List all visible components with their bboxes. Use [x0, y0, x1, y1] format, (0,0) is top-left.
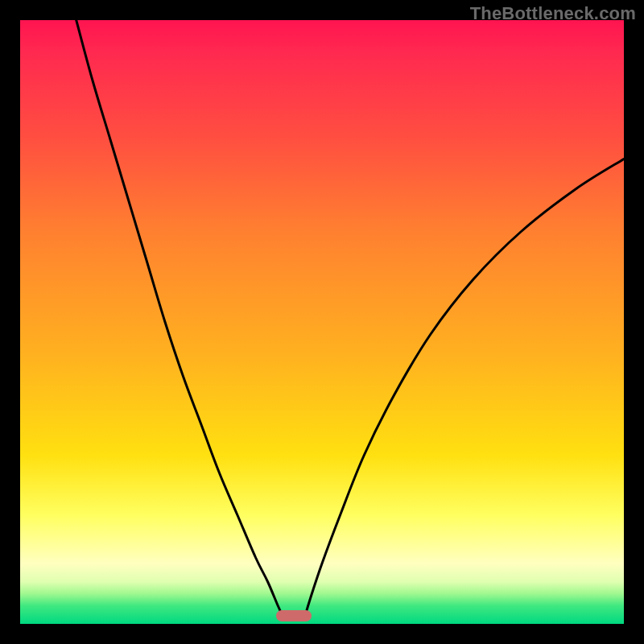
right-curve — [305, 159, 624, 617]
bottleneck-marker — [276, 610, 312, 621]
left-curve — [76, 20, 283, 616]
curves-layer — [20, 20, 624, 624]
chart-plot-area — [20, 20, 624, 624]
watermark-text: TheBottleneck.com — [470, 3, 636, 24]
